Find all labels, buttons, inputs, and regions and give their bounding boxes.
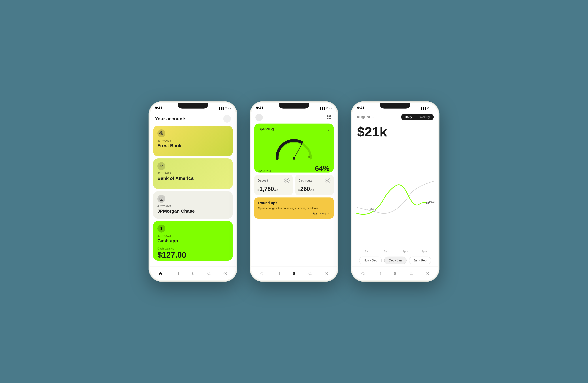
date-pill-jan-feb[interactable]: Jan - Feb <box>409 257 431 264</box>
nav-dollar-3[interactable]: $ <box>391 270 399 278</box>
account-card-cash[interactable]: $ 43****9673 Cash app Cash balance $127.… <box>153 221 233 261</box>
battery-icon: ▭ <box>228 107 231 110</box>
x-label-12am: 12am <box>363 250 370 253</box>
bottom-nav-2: $ <box>251 266 337 280</box>
spending-cards-row: Deposit $ 1,780 .32 <box>254 175 334 195</box>
svg-point-44 <box>326 273 327 274</box>
svg-rect-15 <box>329 115 331 117</box>
learn-more-link[interactable]: learn more → <box>258 212 330 215</box>
notch-2 <box>279 103 309 109</box>
jpmorgan-bank-name: JPMorgan Chase <box>157 208 229 214</box>
spending-label: Spending <box>258 127 330 131</box>
status-time-1: 9:41 <box>155 106 162 110</box>
nav-home-2[interactable] <box>258 270 266 278</box>
nav-target-1[interactable] <box>221 270 229 278</box>
roundups-card[interactable]: Round ups Spare change into into savings… <box>254 198 334 219</box>
gauge-spent: $2371/3k <box>258 169 271 173</box>
cash-account-num: 43****9673 <box>157 234 229 238</box>
bottom-nav-3: $ <box>352 266 438 280</box>
nav-card-3[interactable] <box>375 270 383 278</box>
svg-rect-14 <box>327 115 328 117</box>
account-card-bofa[interactable]: 43****9673 Bank of America <box>153 159 233 189</box>
cashouts-dollar: $ <box>298 188 300 192</box>
svg-rect-50 <box>377 272 381 275</box>
deposit-amount: $ 1,780 .32 <box>257 186 290 192</box>
date-pill-dec-jan[interactable]: Dec - Jan <box>384 257 407 264</box>
status-icons-3: ▐▐▐ ⊙ ▭ <box>420 107 433 110</box>
chart-amount: $21k <box>352 121 438 140</box>
jpmorgan-logo <box>157 195 165 203</box>
deposit-dollar: $ <box>257 188 259 192</box>
deposit-card[interactable]: Deposit $ 1,780 .32 <box>254 175 293 195</box>
period-daily-button[interactable]: Daily <box>401 114 416 120</box>
notch-3 <box>380 103 410 109</box>
deposit-title: Deposit <box>257 179 268 182</box>
nav-card-2[interactable] <box>274 270 282 278</box>
svg-line-53 <box>412 274 413 275</box>
cash-logo: $ <box>157 224 165 233</box>
svg-text:$: $ <box>192 272 193 276</box>
nav-dollar-2[interactable]: $ <box>290 270 298 278</box>
chart-header: August Daily Weekly <box>352 111 438 121</box>
svg-rect-39 <box>276 272 280 275</box>
svg-text:16.7k: 16.7k <box>429 200 435 203</box>
accounts-list: 43****9673 Frost Bank 43****9673 Bank of <box>150 126 236 266</box>
phone-spending: 9:41 ▐▐▐ ⊙ ▭ ‹ <box>250 101 338 282</box>
cash-balance-amount: $127.00 <box>157 250 229 260</box>
svg-rect-7 <box>175 272 179 275</box>
signal-icon: ▐▐▐ <box>218 107 224 110</box>
screen-content-3: August Daily Weekly $21k <box>352 111 438 266</box>
phones-container: 9:41 ▐▐▐ ⊙ ▭ Your accounts + <box>148 101 440 282</box>
notch <box>178 103 208 109</box>
spending-header: ‹ <box>251 111 337 123</box>
nav-home-1[interactable] <box>157 270 165 278</box>
wifi-icon-3: ⊙ <box>427 107 429 110</box>
month-selector[interactable]: August <box>357 115 374 120</box>
status-time-3: 9:41 <box>357 106 364 110</box>
screen-content-2: ‹ Spending <box>251 111 337 266</box>
chart-area: 7.26k 16.7k <box>352 140 438 249</box>
accounts-title: Your accounts <box>155 116 187 121</box>
filter-icon[interactable] <box>325 127 330 131</box>
svg-point-55 <box>427 273 428 274</box>
add-account-button[interactable]: + <box>223 115 231 123</box>
nav-search-2[interactable] <box>306 270 314 278</box>
nav-card-1[interactable] <box>173 270 181 278</box>
gauge-percent: 64% <box>315 164 330 173</box>
nav-dollar-1[interactable]: $ <box>189 270 197 278</box>
deposit-cents: .32 <box>274 188 278 192</box>
cash-app-name: Cash app <box>157 238 229 243</box>
screen-content-1: Your accounts + <box>150 111 236 266</box>
nav-target-2[interactable] <box>322 270 330 278</box>
back-button[interactable]: ‹ <box>255 114 263 121</box>
bofa-account-num: 43****9673 <box>157 172 229 175</box>
date-pill-nov-dec[interactable]: Nov - Dec <box>359 257 382 264</box>
account-card-jpmorgan[interactable]: 43****9673 JPMorgan Chase <box>153 191 233 219</box>
gauge-bottom: $2371/3k 64% <box>258 164 330 173</box>
frost-logo <box>157 129 165 137</box>
frost-account-num: 43****9673 <box>157 139 229 142</box>
status-time-2: 9:41 <box>256 106 263 110</box>
cash-balance-label: Cash balance <box>157 247 229 250</box>
svg-point-35 <box>293 157 295 160</box>
wifi-icon: ⊙ <box>225 107 227 110</box>
jpmorgan-account-num: 43****9673 <box>157 205 229 208</box>
cashouts-card[interactable]: Cash outs $ 260 .45 <box>295 175 334 195</box>
nav-search-3[interactable] <box>407 270 415 278</box>
accounts-header: Your accounts + <box>150 111 236 126</box>
svg-point-13 <box>225 273 226 274</box>
gauge-container <box>258 132 330 163</box>
svg-text:7.26k: 7.26k <box>367 207 374 210</box>
nav-home-3[interactable] <box>359 270 367 278</box>
date-pills: Nov - Dec Dec - Jan Jan - Feb <box>352 254 438 266</box>
account-card-frost[interactable]: 43****9673 Frost Bank <box>153 126 233 156</box>
nav-target-3[interactable] <box>423 270 431 278</box>
status-icons-1: ▐▐▐ ⊙ ▭ <box>218 107 231 110</box>
svg-point-21 <box>328 129 329 130</box>
grid-button[interactable] <box>325 114 333 121</box>
svg-line-42 <box>311 274 312 275</box>
nav-search-1[interactable] <box>205 270 213 278</box>
period-weekly-button[interactable]: Weekly <box>416 114 434 120</box>
svg-rect-5 <box>160 197 163 201</box>
x-label-8am: 8am <box>384 250 389 253</box>
